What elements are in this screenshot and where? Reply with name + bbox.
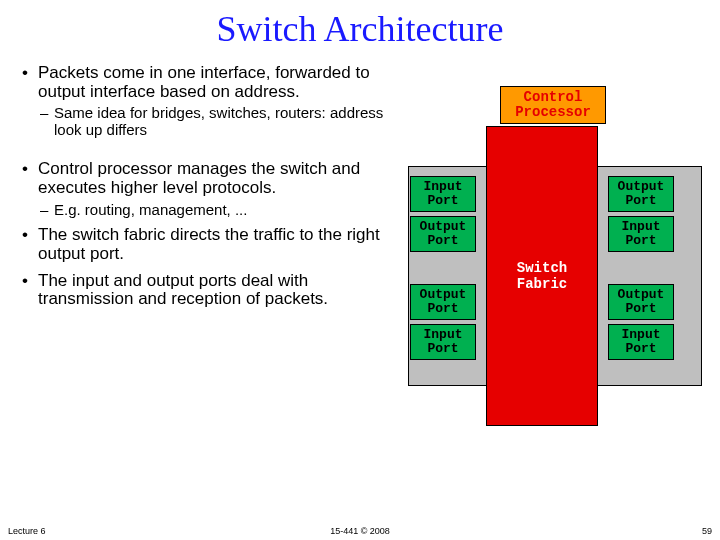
switch-fabric-box: Switch Fabric xyxy=(486,126,598,426)
slide-body: Packets come in one interface, forwarded… xyxy=(0,56,720,416)
text-column: Packets come in one interface, forwarded… xyxy=(22,56,392,416)
bullet-4: The input and output ports deal with tra… xyxy=(22,272,392,309)
bullet-1: Packets come in one interface, forwarded… xyxy=(22,64,392,101)
slide-title: Switch Architecture xyxy=(0,0,720,56)
port-output-l2: Output Port xyxy=(410,216,476,252)
port-output-r1: Output Port xyxy=(608,176,674,212)
control-processor-box: Control Processor xyxy=(500,86,606,124)
bullet-2: Control processor manages the switch and… xyxy=(22,160,392,197)
port-input-r4: Input Port xyxy=(608,324,674,360)
port-input-r2: Input Port xyxy=(608,216,674,252)
port-output-r3: Output Port xyxy=(608,284,674,320)
port-output-l3: Output Port xyxy=(410,284,476,320)
port-input-l4: Input Port xyxy=(410,324,476,360)
footer-center: 15-441 © 2008 xyxy=(330,526,390,536)
bullet-3: The switch fabric directs the traffic to… xyxy=(22,226,392,263)
footer-right: 59 xyxy=(702,526,712,536)
bullet-1-sub: Same idea for bridges, switches, routers… xyxy=(22,105,392,138)
bullet-2-sub: E.g. routing, management, ... xyxy=(22,202,392,219)
footer-left: Lecture 6 xyxy=(8,526,46,536)
switch-diagram: Control Processor Switch Fabric Input Po… xyxy=(392,126,702,416)
port-input-l1: Input Port xyxy=(410,176,476,212)
